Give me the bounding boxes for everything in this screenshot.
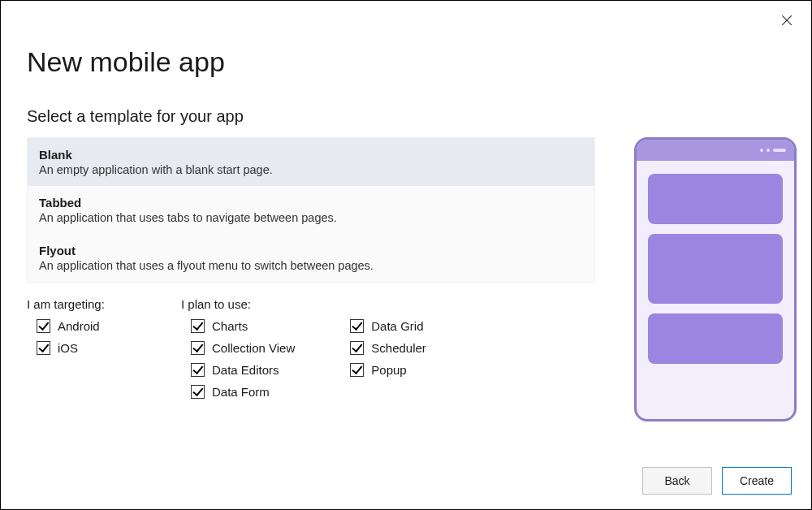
create-button[interactable]: Create xyxy=(722,467,792,495)
checkbox-label: Android xyxy=(58,319,100,333)
page-subtitle: Select a template for your app xyxy=(27,107,785,126)
checkbox-label: Data Form xyxy=(212,385,270,399)
preview-card xyxy=(648,313,783,364)
phone-statusbar xyxy=(637,140,794,161)
checkbox-row: Data Grid xyxy=(340,319,426,333)
checkbox-android[interactable] xyxy=(37,319,50,333)
page-title: New mobile app xyxy=(27,46,785,78)
checkbox-label: Scheduler xyxy=(371,341,426,355)
status-dot-icon xyxy=(760,149,763,152)
close-button[interactable] xyxy=(777,11,797,30)
checkbox-row: Collection View xyxy=(181,341,295,355)
checkbox-row: iOS xyxy=(27,341,165,355)
checkbox-ios[interactable] xyxy=(37,341,50,355)
template-name: Flyout xyxy=(39,244,583,257)
template-item-flyout[interactable]: Flyout An application that uses a flyout… xyxy=(28,234,594,282)
phone-frame xyxy=(634,137,797,421)
template-name: Tabbed xyxy=(39,196,583,210)
checkbox-collection-view[interactable] xyxy=(191,341,205,355)
back-button[interactable]: Back xyxy=(642,467,712,495)
template-desc: An application that uses tabs to navigat… xyxy=(39,211,583,224)
plan-label: I plan to use: xyxy=(181,297,426,311)
checkbox-row: Android xyxy=(27,319,165,333)
status-pill-icon xyxy=(773,149,786,152)
checkbox-label: Collection View xyxy=(212,341,295,355)
template-preview xyxy=(634,137,797,421)
checkbox-data-grid[interactable] xyxy=(350,319,364,333)
checkbox-label: Charts xyxy=(212,319,248,333)
template-name: Blank xyxy=(39,148,583,162)
template-desc: An empty application with a blank start … xyxy=(39,163,583,176)
checkbox-row: Popup xyxy=(340,363,426,377)
checkbox-label: Popup xyxy=(371,363,406,377)
phone-body xyxy=(637,161,794,419)
checkbox-label: Data Editors xyxy=(212,363,279,377)
template-desc: An application that uses a flyout menu t… xyxy=(39,259,583,272)
preview-card xyxy=(648,174,783,224)
checkbox-row: Data Editors xyxy=(181,363,295,377)
checkbox-row: Scheduler xyxy=(340,341,426,355)
preview-card xyxy=(648,234,783,304)
checkbox-data-form[interactable] xyxy=(191,385,205,399)
checkbox-label: Data Grid xyxy=(371,319,423,333)
checkbox-row: Charts xyxy=(181,319,295,333)
checkbox-charts[interactable] xyxy=(191,319,205,333)
checkbox-data-editors[interactable] xyxy=(191,363,205,377)
checkbox-scheduler[interactable] xyxy=(350,341,364,355)
status-dot-icon xyxy=(767,149,770,152)
targeting-label: I am targeting: xyxy=(27,297,165,311)
checkbox-popup[interactable] xyxy=(350,363,364,377)
close-icon xyxy=(782,15,792,25)
template-list: Blank An empty application with a blank … xyxy=(27,137,595,283)
checkbox-label: iOS xyxy=(58,341,78,355)
template-item-tabbed[interactable]: Tabbed An application that uses tabs to … xyxy=(28,186,594,234)
template-item-blank[interactable]: Blank An empty application with a blank … xyxy=(28,138,594,186)
checkbox-row: Data Form xyxy=(181,385,295,399)
